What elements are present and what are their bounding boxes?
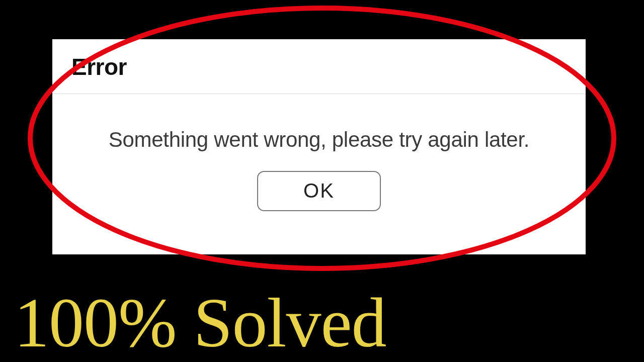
dialog-title: Error <box>71 53 567 80</box>
solved-caption: 100% Solved <box>14 288 386 358</box>
dialog-body: Something went wrong, please try again l… <box>52 94 586 254</box>
dialog-message: Something went wrong, please try again l… <box>109 128 529 152</box>
error-dialog: Error Something went wrong, please try a… <box>52 39 586 254</box>
dialog-header: Error <box>52 39 586 94</box>
ok-button[interactable]: OK <box>257 171 381 211</box>
